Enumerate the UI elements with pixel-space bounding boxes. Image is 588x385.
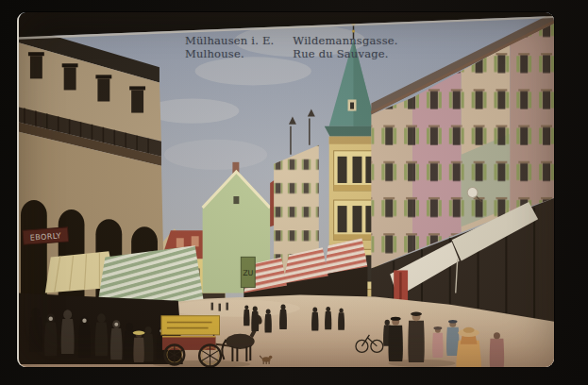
caption-place-german: Mülhausen i. E. xyxy=(185,34,274,47)
cart-sign xyxy=(161,316,220,335)
caption-street: Wildemannsgasse. Rue du Sauvage. xyxy=(293,34,397,60)
caption-place: Mülhausen i. E. Mulhouse. xyxy=(185,34,274,60)
lamp-globe xyxy=(467,187,478,197)
street-scene-illustration: ZU xyxy=(19,12,554,367)
shop-sign-zu: ZU xyxy=(241,257,255,287)
postcard: ZU xyxy=(17,12,554,367)
shop-sign-eborly: EBORLY xyxy=(23,227,69,244)
caption-street-german: Wildemannsgasse. xyxy=(293,34,397,47)
postcard-caption: Mülhausen i. E. Mulhouse. Wildemannsgass… xyxy=(185,34,398,60)
caption-place-french: Mulhouse. xyxy=(185,47,274,60)
svg-text:ZU: ZU xyxy=(243,269,253,277)
postcard-frame: ZU xyxy=(0,0,588,385)
caption-street-french: Rue du Sauvage. xyxy=(293,47,397,60)
child-big-hat xyxy=(456,327,481,367)
crowd-left xyxy=(19,293,183,364)
